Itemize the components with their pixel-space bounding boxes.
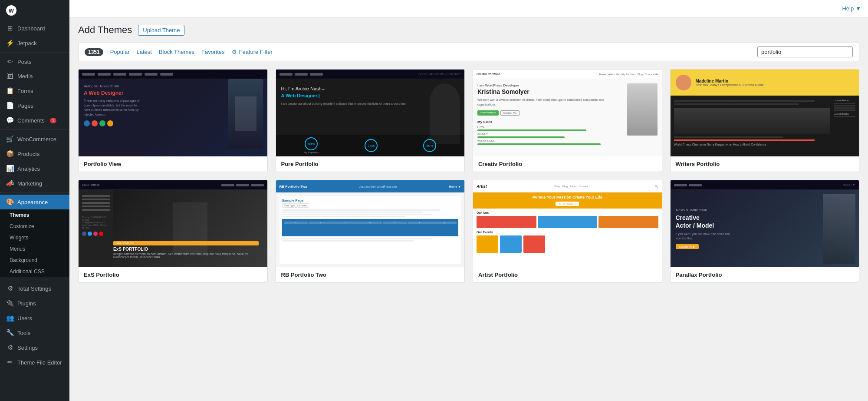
sidebar-item-label: Dashboard [17,25,45,32]
sidebar-item-label: Tools [17,330,30,336]
theme-name-artist-portfolio: Artist Portfolio [478,272,657,278]
theme-card-parallax-portfolio[interactable]: MENU ▼ Alexis D. Williamson CreativeActo… [670,180,860,283]
theme-card-exs-portfolio[interactable]: ExS Portfolio [78,180,268,283]
sidebar-item-analytics[interactable]: 📊 Analytics [0,161,69,176]
sidebar-item-theme-file-editor[interactable]: ✏ Theme File Editor [0,355,69,370]
gear-icon: ⚙ [232,49,237,55]
theme-info-portfolio-view: Portfolio View [79,156,267,172]
sidebar-item-jetpack[interactable]: ⚡ Jetpack [0,36,69,50]
marketing-icon: 📣 [6,179,14,187]
theme-name-parallax-portfolio: Parallax Portfolio [676,272,854,278]
sidebar-item-plugins[interactable]: 🔌 Plugins [0,296,69,311]
appearance-submenu: Themes Customize Widgets Menus Backgroun… [0,209,69,277]
sidebar-item-menus[interactable]: Menus [0,243,69,255]
sidebar-item-appearance[interactable]: 🎨 Appearance [0,195,69,209]
sidebar-item-label: Pages [17,103,33,109]
theme-thumbnail-portfolio-view: Hello, I'm James Smith A Web Designer Th… [79,70,267,156]
search-input[interactable] [757,46,853,57]
theme-thumbnail-rb-portfolio-two: RB Portfolio Two Just another WordPress … [276,180,465,267]
dashboard-icon: ⊞ [6,24,14,32]
feature-filter-label: Feature Filter [239,49,273,55]
sidebar-item-dashboard[interactable]: ⊞ Dashboard [0,21,69,36]
background-label: Background [10,257,37,263]
sidebar-item-forms[interactable]: 📋 Forms [0,83,69,98]
tab-latest[interactable]: Latest [137,49,152,55]
sidebar-item-products[interactable]: 📦 Products [0,146,69,161]
upload-theme-button[interactable]: Upload Theme [138,25,184,36]
tab-block-themes[interactable]: Block Themes [159,49,194,55]
theme-file-editor-icon: ✏ [6,358,14,366]
sidebar-item-themes[interactable]: Themes [0,209,69,221]
filter-bar: 1351 Popular Latest Block Themes Favorit… [78,43,859,61]
filter-left: 1351 Popular Latest Block Themes Favorit… [85,48,273,56]
theme-card-portfolio-view[interactable]: Hello, I'm James Smith A Web Designer Th… [78,69,268,172]
help-chevron-icon: ▼ [855,5,861,12]
sidebar-item-background[interactable]: Background [0,255,69,266]
sidebar-item-additional-css[interactable]: Additional CSS [0,266,69,277]
sidebar-item-posts[interactable]: ✏ Posts [0,54,69,69]
theme-info-creativ-portfolio: Creativ Portfolio [473,156,662,172]
theme-info-writers-portfolio: Writers Portfolio [671,156,859,172]
sidebar-item-label: Jetpack [17,40,37,46]
theme-card-writers-portfolio[interactable]: Madeline Martin New York Today's Entrepr… [670,69,860,172]
sidebar-item-label: Forms [17,88,33,94]
sidebar-item-label: WooCommerce [17,136,56,143]
sidebar-item-label: Plugins [17,300,36,307]
appearance-icon: 🎨 [6,198,14,206]
theme-name-exs-portfolio: ExS Portfolio [84,272,262,278]
theme-thumbnail-artist-portfolio: Artist Shop Blog About Contact 🔍 Pursue … [473,180,662,267]
tab-favorites[interactable]: Favorites [201,49,224,55]
wp-logo-icon: W [6,5,16,16]
topbar-right: Help ▼ [842,5,861,12]
comments-badge: 1 [50,118,57,123]
help-button[interactable]: Help ▼ [842,5,861,12]
sidebar-item-comments[interactable]: 💬 Comments 1 [0,113,69,128]
sidebar-item-total-settings[interactable]: ⚙ Total Settings [0,281,69,296]
theme-name-rb-portfolio-two: RB Portfolio Two [281,272,460,278]
theme-thumbnail-parallax-portfolio: MENU ▼ Alexis D. Williamson CreativeActo… [671,180,859,267]
analytics-icon: 📊 [6,165,14,172]
sidebar-item-settings[interactable]: ⚙ Settings [0,340,69,355]
tools-icon: 🔧 [6,329,14,337]
sidebar-item-widgets[interactable]: Widgets [0,232,69,243]
theme-info-exs-portfolio: ExS Portfolio [79,267,267,282]
total-settings-icon: ⚙ [6,285,14,292]
sidebar-item-label: Posts [17,59,32,65]
tab-popular[interactable]: Popular [110,49,130,55]
woocommerce-icon: 🛒 [6,135,14,143]
sidebar-item-media[interactable]: 🖼 Media [0,69,69,83]
sidebar-item-label: Appearance [17,199,48,205]
products-icon: 📦 [6,150,14,158]
customize-label: Customize [10,223,34,229]
sidebar-item-pages[interactable]: 📄 Pages [0,98,69,113]
theme-count-badge: 1351 [85,48,103,56]
sidebar-item-customize[interactable]: Customize [0,221,69,232]
sidebar-item-marketing[interactable]: 📣 Marketing [0,176,69,191]
theme-thumbnail-creativ-portfolio: Creativ Portfolio Home About Me My Portf… [473,70,662,156]
theme-card-artist-portfolio[interactable]: Artist Shop Blog About Contact 🔍 Pursue … [473,180,662,283]
theme-info-rb-portfolio-two: RB Portfolio Two [276,267,465,282]
theme-card-creativ-portfolio[interactable]: Creativ Portfolio Home About Me My Portf… [473,69,662,172]
theme-info-parallax-portfolio: Parallax Portfolio [671,267,859,282]
sidebar-item-label: Settings [17,345,38,351]
sidebar-item-users[interactable]: 👥 Users [0,311,69,325]
theme-thumbnail-writers-portfolio: Madeline Martin New York Today's Entrepr… [671,70,859,156]
sidebar-item-woocommerce[interactable]: 🛒 WooCommerce [0,132,69,146]
sidebar-item-label: Marketing [17,180,42,187]
additional-css-label: Additional CSS [10,268,45,275]
theme-name-pure-portfolio: Pure Portfolio [281,161,460,167]
settings-icon: ⚙ [6,344,14,351]
main-content: Help ▼ Add Themes Upload Theme 1351 Popu… [69,0,868,401]
theme-name-portfolio-view: Portfolio View [84,161,262,167]
sidebar: W ⊞ Dashboard ⚡ Jetpack ✏ Posts 🖼 Media … [0,0,69,401]
sidebar-item-label: Users [17,315,32,321]
theme-name-creativ-portfolio: Creativ Portfolio [478,161,657,167]
sidebar-item-tools[interactable]: 🔧 Tools [0,325,69,340]
posts-icon: ✏ [6,58,14,66]
menus-label: Menus [10,246,25,252]
theme-thumbnail-pure-portfolio: BLOG | ABOUTUS | CONTACT Hi, I'm Archie … [276,70,465,156]
feature-filter-button[interactable]: ⚙ Feature Filter [232,49,273,55]
comments-icon: 💬 [6,116,14,124]
theme-card-pure-portfolio[interactable]: BLOG | ABOUTUS | CONTACT Hi, I'm Archie … [276,69,465,172]
theme-card-rb-portfolio-two[interactable]: RB Portfolio Two Just another WordPress … [276,180,465,283]
